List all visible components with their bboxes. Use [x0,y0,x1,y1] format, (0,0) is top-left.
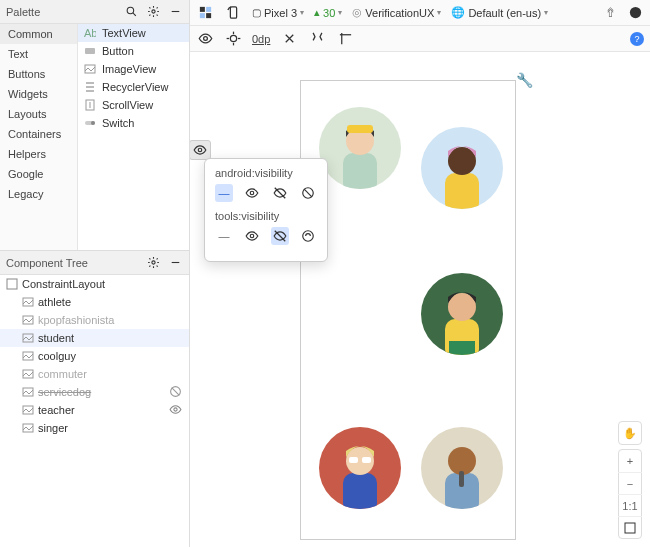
tree-node[interactable]: servicedog [0,383,189,401]
palette-category[interactable]: Widgets [0,84,77,104]
tools-vis-visible[interactable] [243,227,261,245]
svg-rect-52 [449,341,475,355]
design-canvas[interactable]: 🔧 [190,52,650,547]
svg-point-69 [303,231,314,242]
zoom-controls: + − 1:1 [618,449,642,539]
tree-node[interactable]: athlete [0,293,189,311]
minimize-icon[interactable] [167,4,183,20]
palette-category[interactable]: Containers [0,124,77,144]
wrench-icon[interactable]: 🔧 [516,72,533,88]
palette-item[interactable]: Button [78,42,189,60]
info-icon[interactable] [626,4,644,22]
tree-node[interactable]: student [0,329,189,347]
design-surface-icon[interactable] [196,4,214,22]
imageview-icon [22,332,34,344]
orientation-icon[interactable] [224,4,242,22]
tree-node[interactable]: singer [0,419,189,437]
tree-node[interactable]: kpopfashionista [0,311,189,329]
android-vis-invisible[interactable] [271,184,289,202]
palette-item[interactable]: ImageView [78,60,189,78]
visibility-float-button[interactable] [190,140,211,160]
zoom-fit-button[interactable]: 1:1 [618,494,642,516]
palette-category[interactable]: Legacy [0,184,77,204]
svg-point-62 [198,148,202,152]
svg-point-35 [230,35,236,41]
svg-line-66 [304,189,312,197]
palette-items: AbTextView Button ImageView RecyclerView… [78,24,189,250]
guidelines-icon[interactable] [336,30,354,48]
tree-node[interactable]: teacher [0,401,189,419]
visibility-popover: android:visibility — tools:visibility — [204,158,328,262]
tools-vis-not-set[interactable]: — [215,227,233,245]
palette-category[interactable]: Text [0,44,77,64]
imageview-icon [22,386,34,398]
popover-label-tools: tools:visibility [215,210,317,222]
svg-point-34 [203,37,207,41]
pan-button[interactable]: ✋ [618,421,642,445]
zoom-actual-button[interactable] [618,516,642,538]
imageview-icon [22,296,34,308]
avatar-image[interactable] [319,107,401,189]
theme-selector[interactable]: ◎VerificationUX▾ [352,6,441,19]
svg-rect-31 [206,13,211,18]
android-vis-gone[interactable] [299,184,317,202]
imageview-icon [22,368,34,380]
device-selector[interactable]: ▢Pixel 3▾ [252,7,304,19]
tree-title: Component Tree [6,257,139,269]
tree-root[interactable]: ConstraintLayout [0,275,189,293]
minimize-icon[interactable] [167,255,183,271]
tools-vis-gone[interactable] [299,227,317,245]
svg-rect-54 [343,473,377,509]
svg-rect-45 [347,125,373,133]
node-status-icon [167,403,183,418]
default-margin[interactable]: 0dp [252,33,270,45]
infer-constraints-icon[interactable] [308,30,326,48]
imageview-icon [22,422,34,434]
palette-category[interactable]: Helpers [0,144,77,164]
gear-icon[interactable] [145,255,161,271]
node-status-icon [167,385,183,400]
android-vis-visible[interactable] [243,184,261,202]
tools-vis-invisible[interactable] [271,227,289,245]
gear-icon[interactable] [145,4,161,20]
help-icon[interactable]: ? [630,32,644,46]
svg-point-0 [127,7,134,14]
svg-point-60 [448,447,476,475]
svg-point-26 [173,408,176,411]
palette-category[interactable]: Google [0,164,77,184]
imageview-icon [22,314,34,326]
autoconnect-icon[interactable] [224,30,242,48]
tree-node[interactable]: commuter [0,365,189,383]
svg-rect-32 [230,7,236,18]
recyclerview-icon [84,81,96,93]
avatar-image[interactable] [319,427,401,509]
svg-rect-56 [349,457,358,463]
avatar-image[interactable] [421,427,503,509]
svg-line-24 [171,388,179,396]
palette-item[interactable]: AbTextView [78,24,189,42]
svg-rect-5 [85,48,95,54]
palette-categories: Common Text Buttons Widgets Layouts Cont… [0,24,78,250]
palette-title: Palette [6,6,117,18]
palette-category[interactable]: Common [0,24,77,44]
palette-category[interactable]: Layouts [0,104,77,124]
zoom-out-button[interactable]: − [618,472,642,494]
avatar-image[interactable] [421,127,503,209]
tree-node[interactable]: coolguy [0,347,189,365]
locale-selector[interactable]: 🌐Default (en-us)▾ [451,6,548,19]
avatar-image[interactable] [421,273,503,355]
android-vis-not-set[interactable]: — [215,184,233,202]
zoom-in-button[interactable]: + [618,450,642,472]
accessibility-icon[interactable]: ⇮ [605,5,616,20]
api-selector[interactable]: ▴30▾ [314,6,342,19]
palette-item[interactable]: RecyclerView [78,78,189,96]
palette-category[interactable]: Buttons [0,64,77,84]
palette-item[interactable]: Switch [78,114,189,132]
visibility-icon[interactable] [196,30,214,48]
search-icon[interactable] [123,4,139,20]
svg-rect-16 [7,279,17,289]
tree-header: Component Tree [0,251,189,275]
clear-constraints-icon[interactable] [280,30,298,48]
layout-icon [6,278,18,290]
palette-item[interactable]: ScrollView [78,96,189,114]
